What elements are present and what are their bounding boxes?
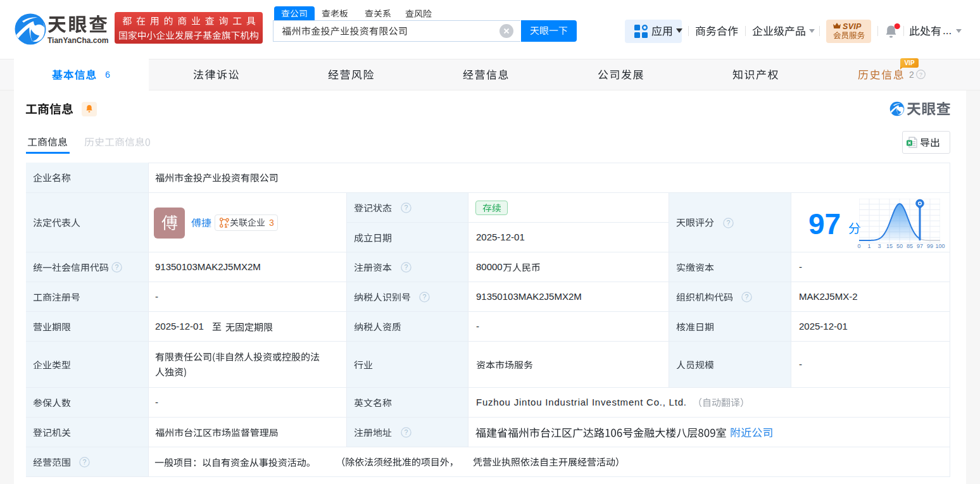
svg-text:?: ? <box>405 428 408 436</box>
svg-text:?: ? <box>83 458 87 466</box>
svg-text:?: ? <box>727 219 731 226</box>
svg-text:?: ? <box>405 204 408 211</box>
svg-text:?: ? <box>745 293 749 301</box>
svg-text:?: ? <box>405 263 408 271</box>
svg-text:?: ? <box>115 263 119 271</box>
svg-text:?: ? <box>919 71 922 78</box>
svg-text:?: ? <box>423 293 427 301</box>
